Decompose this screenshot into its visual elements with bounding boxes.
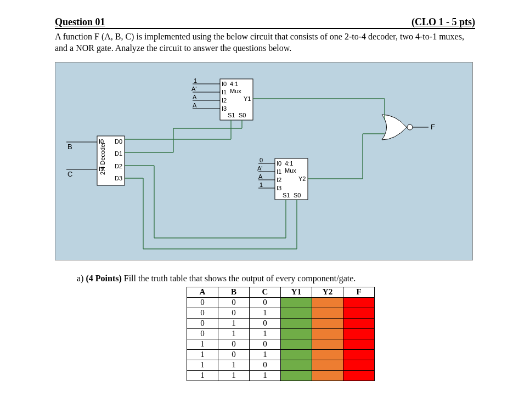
table-row: 001 bbox=[187, 308, 375, 318]
svg-text:I1: I1 bbox=[277, 168, 281, 175]
decoder-input-b: B bbox=[67, 143, 72, 151]
svg-text:I0: I0 bbox=[222, 81, 227, 87]
svg-text:Mux: Mux bbox=[230, 88, 241, 94]
clo-label: (CLO 1 - 5 pts) bbox=[411, 16, 475, 28]
table-row: 000 bbox=[187, 297, 375, 308]
svg-text:I1: I1 bbox=[222, 89, 227, 95]
svg-text:I2: I2 bbox=[277, 177, 281, 183]
svg-text:A': A' bbox=[257, 165, 262, 172]
svg-text:A: A bbox=[258, 173, 263, 180]
svg-text:Y2: Y2 bbox=[298, 175, 306, 182]
svg-text:S0: S0 bbox=[239, 112, 246, 118]
table-row: 111 bbox=[187, 370, 375, 381]
output-f: F bbox=[431, 123, 435, 131]
svg-text:S0: S0 bbox=[294, 192, 301, 198]
col-c: C bbox=[250, 287, 281, 297]
decoder-port-d2: D2 bbox=[115, 163, 122, 169]
svg-text:I3: I3 bbox=[277, 185, 281, 191]
part-a-label: a) bbox=[77, 274, 83, 283]
table-row: 011 bbox=[187, 328, 375, 339]
decoder-input-c: C bbox=[67, 170, 72, 178]
nor-gate bbox=[382, 115, 413, 140]
svg-text:I3: I3 bbox=[222, 105, 227, 112]
table-row: 101 bbox=[187, 349, 375, 360]
decoder-port-d0: D0 bbox=[115, 138, 122, 145]
svg-text:I2: I2 bbox=[222, 97, 227, 104]
svg-text:A': A' bbox=[191, 86, 196, 92]
question-title: Question 01 bbox=[55, 16, 105, 28]
svg-text:0: 0 bbox=[260, 157, 263, 163]
truth-table: ABCY1Y2F 000001010011100101110111 bbox=[187, 287, 375, 381]
decoder-port-d1: D1 bbox=[115, 150, 122, 157]
svg-text:S1: S1 bbox=[228, 112, 235, 118]
table-row: 010 bbox=[187, 318, 375, 328]
col-a: A bbox=[187, 287, 218, 297]
table-row: 110 bbox=[187, 360, 375, 370]
svg-text:4:1: 4:1 bbox=[285, 160, 293, 167]
decoder-port-i1: I1 bbox=[99, 166, 104, 172]
svg-text:Mux: Mux bbox=[285, 167, 296, 174]
svg-point-42 bbox=[407, 124, 413, 130]
svg-text:A: A bbox=[193, 102, 197, 109]
svg-text:A: A bbox=[193, 94, 197, 100]
svg-text:4:1: 4:1 bbox=[230, 81, 238, 87]
svg-text:1: 1 bbox=[194, 77, 197, 84]
col-b: B bbox=[218, 287, 250, 297]
svg-text:Y1: Y1 bbox=[244, 95, 251, 102]
decoder-port-i0: I0 bbox=[99, 138, 104, 145]
col-f: F bbox=[343, 287, 375, 297]
circuit-diagram: 2:4 Decoder I0 I1 D0 D1 D2 D3 B C I0 I1 … bbox=[55, 62, 473, 260]
svg-text:1: 1 bbox=[260, 181, 263, 188]
part-a-points: (4 Points) bbox=[86, 274, 121, 283]
question-description: A function F (A, B, C) is implemented us… bbox=[55, 31, 475, 54]
decoder-port-d3: D3 bbox=[115, 175, 122, 181]
part-a-text: Fill the truth table that shows the outp… bbox=[124, 274, 356, 283]
table-row: 100 bbox=[187, 339, 375, 349]
col-y2: Y2 bbox=[312, 287, 343, 297]
svg-text:I0: I0 bbox=[277, 160, 281, 167]
col-y1: Y1 bbox=[281, 287, 312, 297]
svg-text:S1: S1 bbox=[283, 192, 290, 198]
